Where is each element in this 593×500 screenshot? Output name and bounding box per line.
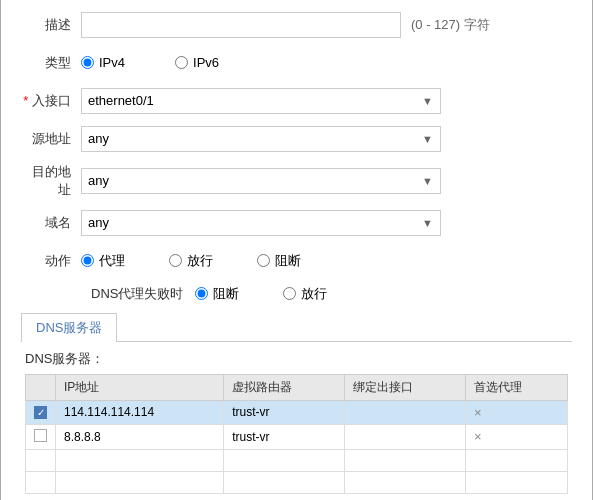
inbound-row: 入接口 ethernet0/1 ▼: [21, 87, 572, 115]
row2-bind: [345, 424, 466, 449]
type-ipv4-label: IPv4: [99, 55, 125, 70]
dest-label: 目的地址: [21, 163, 81, 199]
source-select[interactable]: any: [81, 126, 441, 152]
dns-fail-block-label: 阻断: [213, 285, 239, 303]
row1-checkbox-cell: [26, 400, 56, 424]
action-row: 动作 代理 放行 阻断: [21, 247, 572, 275]
type-ipv6-label: IPv6: [193, 55, 219, 70]
source-label: 源地址: [21, 130, 81, 148]
dns-fail-block-radio[interactable]: [195, 287, 208, 300]
dns-fail-label: DNS代理失败时: [91, 285, 183, 303]
tab-section: DNS服务器 DNS服务器： IP地址 虚拟路由器 绑定出接口 首选代理: [21, 313, 572, 501]
type-row: 类型 IPv4 IPv6: [21, 49, 572, 77]
row1-vr: trust-vr: [224, 400, 345, 424]
domain-select[interactable]: any: [81, 210, 441, 236]
domain-content: any ▼: [81, 210, 572, 236]
source-content: any ▼: [81, 126, 572, 152]
action-allow-option[interactable]: 放行: [169, 252, 213, 270]
row2-preferred: ×: [465, 424, 567, 449]
action-block-option[interactable]: 阻断: [257, 252, 301, 270]
action-allow-label: 放行: [187, 252, 213, 270]
table-row-empty-2: [26, 471, 568, 493]
action-block-radio[interactable]: [257, 254, 270, 267]
table-header-row: IP地址 虚拟路由器 绑定出接口 首选代理: [26, 374, 568, 400]
action-label: 动作: [21, 252, 81, 270]
dns-fail-block-option[interactable]: 阻断: [195, 285, 239, 303]
row1-ip: 114.114.114.114: [56, 400, 224, 424]
dns-fail-allow-option[interactable]: 放行: [283, 285, 327, 303]
tab-bar: DNS服务器: [21, 313, 572, 342]
tab-dns-server[interactable]: DNS服务器: [21, 313, 117, 342]
col-checkbox: [26, 374, 56, 400]
dialog-container: DNS代理规则配置 × 描述 (0 - 127) 字符 类型 IPv4 IPv6: [0, 0, 593, 500]
dest-select[interactable]: any: [81, 168, 441, 194]
domain-select-wrapper: any ▼: [81, 210, 441, 236]
dns-server-section: DNS服务器： IP地址 虚拟路由器 绑定出接口 首选代理: [21, 350, 572, 501]
col-ip: IP地址: [56, 374, 224, 400]
row2-checkbox-cell: [26, 424, 56, 449]
row1-x-icon: ×: [474, 405, 482, 420]
dialog-body: 描述 (0 - 127) 字符 类型 IPv4 IPv6 入接口: [1, 0, 592, 500]
description-content: (0 - 127) 字符: [81, 12, 572, 38]
table-row[interactable]: 114.114.114.114 trust-vr ×: [26, 400, 568, 424]
dns-fail-options: 阻断 放行: [195, 285, 327, 303]
action-allow-radio[interactable]: [169, 254, 182, 267]
row1-checkbox[interactable]: [34, 406, 47, 419]
dns-server-label: DNS服务器：: [25, 350, 568, 368]
type-ipv4-option[interactable]: IPv4: [81, 55, 125, 70]
inbound-select[interactable]: ethernet0/1: [81, 88, 441, 114]
row2-checkbox[interactable]: [34, 429, 47, 442]
row1-bind: [345, 400, 466, 424]
domain-row: 域名 any ▼: [21, 209, 572, 237]
type-ipv6-option[interactable]: IPv6: [175, 55, 219, 70]
description-label: 描述: [21, 16, 81, 34]
type-label: 类型: [21, 54, 81, 72]
table-row-empty-1: [26, 449, 568, 471]
col-bind: 绑定出接口: [345, 374, 466, 400]
row2-ip: 8.8.8.8: [56, 424, 224, 449]
dns-table: IP地址 虚拟路由器 绑定出接口 首选代理 114.114.114.114: [25, 374, 568, 494]
dest-content: any ▼: [81, 168, 572, 194]
action-options: 代理 放行 阻断: [81, 252, 572, 270]
type-ipv6-radio[interactable]: [175, 56, 188, 69]
dns-fail-allow-label: 放行: [301, 285, 327, 303]
col-preferred: 首选代理: [465, 374, 567, 400]
row1-preferred: ×: [465, 400, 567, 424]
inbound-select-wrapper: ethernet0/1 ▼: [81, 88, 441, 114]
source-row: 源地址 any ▼: [21, 125, 572, 153]
type-options: IPv4 IPv6: [81, 55, 572, 70]
action-proxy-option[interactable]: 代理: [81, 252, 125, 270]
type-ipv4-radio[interactable]: [81, 56, 94, 69]
table-row[interactable]: 8.8.8.8 trust-vr ×: [26, 424, 568, 449]
dest-row: 目的地址 any ▼: [21, 163, 572, 199]
dns-fail-row: DNS代理失败时 阻断 放行: [91, 285, 572, 303]
inbound-content: ethernet0/1 ▼: [81, 88, 572, 114]
col-vr: 虚拟路由器: [224, 374, 345, 400]
action-proxy-radio[interactable]: [81, 254, 94, 267]
description-row: 描述 (0 - 127) 字符: [21, 11, 572, 39]
row2-x-icon: ×: [474, 429, 482, 444]
inbound-label: 入接口: [21, 92, 81, 110]
action-proxy-label: 代理: [99, 252, 125, 270]
source-select-wrapper: any ▼: [81, 126, 441, 152]
action-block-label: 阻断: [275, 252, 301, 270]
dns-fail-allow-radio[interactable]: [283, 287, 296, 300]
description-input[interactable]: [81, 12, 401, 38]
row2-vr: trust-vr: [224, 424, 345, 449]
char-hint: (0 - 127) 字符: [411, 16, 490, 34]
domain-label: 域名: [21, 214, 81, 232]
dest-select-wrapper: any ▼: [81, 168, 441, 194]
